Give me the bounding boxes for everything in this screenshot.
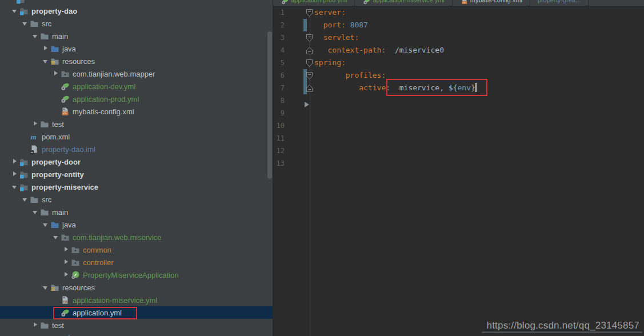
tree-item-com-tianjian-web-miservice[interactable]: com.tianjian.web.miservice	[0, 231, 273, 243]
code-line[interactable]: spring:	[314, 57, 644, 69]
folder-icon	[30, 195, 39, 204]
tree-expanded-arrow-icon[interactable]	[10, 6, 19, 15]
editor-hscrollbar-thumb[interactable]	[482, 331, 642, 333]
spring-config-icon	[363, 0, 370, 3]
tree-item-label: mybatis-config.xml	[70, 107, 134, 116]
tree-collapsed-arrow-icon[interactable]	[31, 321, 40, 330]
tree-item-label: com.tianjian.web.mapper	[70, 70, 155, 78]
code-line[interactable]	[314, 94, 644, 107]
tree-collapsed-arrow-icon[interactable]	[10, 170, 19, 179]
code-line[interactable]	[314, 145, 644, 157]
tree-item-label: pom.xml	[39, 133, 70, 141]
spring-config-icon	[61, 82, 70, 91]
code-token	[314, 83, 359, 92]
tree-expanded-arrow-icon[interactable]	[10, 182, 19, 191]
line-number: 3	[273, 31, 285, 44]
tree-expanded-arrow-icon[interactable]	[21, 19, 30, 28]
tree-item-application-dev-yml[interactable]: application-dev.yml	[0, 80, 273, 93]
tree-item-test[interactable]: test	[0, 319, 273, 331]
tree-item-pom-xml[interactable]: mpom.xml	[0, 130, 273, 143]
tree-item-property-entity[interactable]: property-entity	[0, 168, 273, 181]
tree-item-property-door[interactable]: property-door	[0, 155, 273, 168]
module-icon	[19, 157, 29, 166]
code-line[interactable]: context-path: /miservice0	[314, 44, 644, 57]
tree-expanded-arrow-icon[interactable]	[21, 195, 30, 204]
module-icon	[19, 170, 29, 179]
tree-expanded-arrow-icon[interactable]	[31, 31, 40, 41]
folder-src-icon	[50, 44, 59, 53]
tree-expanded-arrow-icon[interactable]	[41, 57, 50, 66]
tree-item-java[interactable]: java	[0, 42, 273, 55]
tree-item-controller[interactable]: controller	[0, 256, 273, 269]
spring-config-icon	[281, 0, 287, 3]
tree-item-resources[interactable]: resources	[0, 281, 273, 294]
fold-marker-end-icon[interactable]	[306, 84, 313, 93]
watermark-url: https://blog.csdn.net/qq_23145857	[487, 320, 639, 331]
tree-arrow-spacer	[51, 94, 61, 103]
fold-marker-start-icon[interactable]	[306, 71, 313, 80]
editor-tab-property-grea[interactable]: property-grea...	[530, 0, 589, 6]
fold-marker-end-icon[interactable]	[306, 46, 313, 55]
tree-item-com-tianjian-web-mapper[interactable]: com.tianjian.web.mapper	[0, 67, 273, 80]
code-token: profiles:	[346, 71, 386, 79]
tree-collapsed-arrow-icon[interactable]	[31, 119, 40, 129]
package-icon	[71, 258, 80, 267]
tree-item-property-dao[interactable]: property-dao	[0, 5, 273, 17]
code-line[interactable]	[314, 157, 644, 170]
fold-marker-start-icon[interactable]	[306, 59, 313, 67]
svg-text:YML: YML	[63, 300, 69, 303]
tree-item-mybatis-config-xml[interactable]: <>mybatis-config.xml	[0, 105, 273, 118]
module-icon	[16, 0, 25, 4]
editor-tab-label: mybatis-config.xml	[470, 0, 522, 3]
tree-expanded-arrow-icon[interactable]	[41, 283, 50, 292]
code-line[interactable]: server:	[314, 6, 644, 19]
code-line[interactable]	[314, 107, 644, 119]
tree-item-property-dao-iml[interactable]: property-dao.iml	[0, 143, 273, 155]
tree-item-application-prod-yml[interactable]: application-prod.yml	[0, 93, 273, 105]
tree-collapsed-arrow-icon[interactable]	[41, 44, 50, 53]
fold-marker-start-icon[interactable]	[306, 9, 313, 17]
tree-collapsed-arrow-icon[interactable]	[10, 157, 19, 166]
tree-expanded-arrow-icon[interactable]	[31, 207, 40, 217]
tree-item-java[interactable]: java	[0, 218, 273, 231]
fold-marker-start-icon[interactable]	[306, 34, 313, 42]
code-token: active:	[359, 83, 390, 92]
code-token	[314, 21, 323, 29]
tree-item-label: application-prod.yml	[70, 95, 139, 103]
tree-item-src[interactable]: src	[0, 193, 273, 206]
code-line[interactable]	[314, 119, 644, 132]
tree-arrow-spacer	[51, 295, 61, 305]
tree-collapsed-arrow-icon[interactable]	[62, 258, 71, 267]
tree-item-propertymiserviceapplication[interactable]: PropertyMiserviceApplication	[0, 269, 273, 281]
package-icon	[71, 245, 80, 254]
tree-scrollbar-thumb[interactable]	[267, 31, 272, 179]
editor-tab-application-prod-yml[interactable]: application-prod.yml	[273, 0, 355, 6]
tree-item-main[interactable]: main	[0, 30, 273, 42]
editor-tab-label: property-grea...	[538, 0, 581, 3]
tree-item-applicatiion-miservice-yml[interactable]: YMLapplicatiion-miservice.yml	[0, 294, 273, 306]
tree-item-common[interactable]: common	[0, 243, 273, 256]
tree-item-property-miservice[interactable]: property-miservice	[0, 181, 273, 193]
tree-expanded-arrow-icon[interactable]	[41, 220, 50, 229]
tree-item-resources[interactable]: resources	[0, 55, 273, 67]
editor-tab-label: applicatiion-miservice.yml	[373, 0, 444, 3]
editor-tab-applicatiion-miservice-yml[interactable]: applicatiion-miservice.yml	[355, 0, 452, 6]
line-number: 7	[273, 82, 285, 94]
tree-collapsed-arrow-icon[interactable]	[51, 69, 61, 78]
code-token	[314, 33, 323, 42]
spring-config-icon	[61, 94, 70, 103]
collapsed-fold-arrow-icon[interactable]	[305, 102, 309, 107]
tree-collapsed-arrow-icon[interactable]	[62, 270, 71, 279]
tree-collapsed-arrow-icon[interactable]	[62, 245, 71, 254]
tree-arrow-spacer	[21, 132, 30, 141]
tree-item-label: pom.xml	[39, 334, 70, 336]
code-line[interactable]: servlet:	[314, 31, 644, 44]
tree-item-src[interactable]: src	[0, 17, 273, 30]
tree-item-test[interactable]: test	[0, 118, 273, 130]
editor-tab-mybatis-config-xml[interactable]: <>mybatis-config.xml	[453, 0, 530, 6]
code-line[interactable]	[314, 132, 644, 145]
tree-item-pom-xml[interactable]: mpom.xml	[0, 331, 273, 336]
code-line[interactable]: port: 8087	[314, 19, 644, 31]
tree-item-main[interactable]: main	[0, 206, 273, 218]
tree-expanded-arrow-icon[interactable]	[51, 233, 61, 242]
